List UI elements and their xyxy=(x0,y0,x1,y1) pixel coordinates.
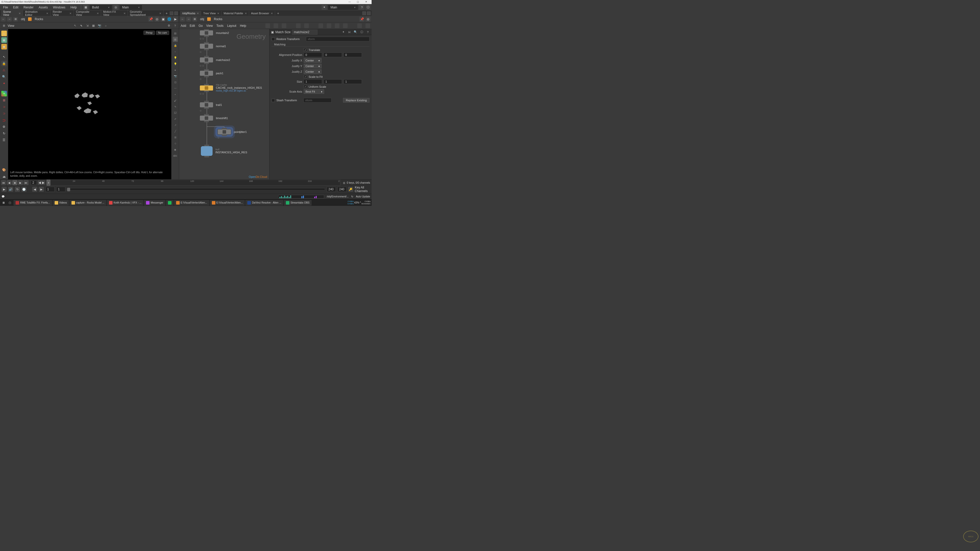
lock-icon[interactable]: 🔒 xyxy=(1,61,7,66)
key-all-button[interactable]: Key All Channels xyxy=(355,186,370,193)
range-start-field[interactable]: 1 xyxy=(56,187,65,192)
pane-menu-icon[interactable] xyxy=(367,11,371,15)
pane-maximize-icon[interactable] xyxy=(363,11,366,15)
scale-axis-select[interactable]: Best Fit♦ xyxy=(304,89,324,94)
scale-tool-icon[interactable]: ⇲ xyxy=(85,24,89,28)
gizmo-icon[interactable]: ✶ xyxy=(1,91,7,97)
play-button[interactable]: ▶ xyxy=(18,180,23,185)
justify-x-select[interactable]: Center♦ xyxy=(304,58,321,63)
taskbar-item[interactable]: Messenger xyxy=(144,200,165,206)
gear-icon[interactable]: ✦ xyxy=(341,30,345,35)
desktop-icon[interactable]: ▦ xyxy=(83,5,88,10)
tab-scene-view[interactable]: Scene View✕ xyxy=(1,10,23,17)
maximize-button[interactable]: ▢ xyxy=(354,0,362,3)
close-icon[interactable]: ✕ xyxy=(217,12,219,15)
image-icon[interactable] xyxy=(335,24,339,28)
nmenu-add[interactable]: Add xyxy=(181,24,186,27)
back-button[interactable]: ← xyxy=(180,17,185,21)
size-y-field[interactable]: 1 xyxy=(324,79,342,84)
realtime-icon[interactable]: ▶ xyxy=(2,187,6,192)
axis-icon[interactable]: ✦ xyxy=(1,81,7,86)
note-icon[interactable] xyxy=(327,24,331,28)
ring-icon[interactable]: ○ xyxy=(103,24,108,28)
align-z-field[interactable]: 0 xyxy=(344,52,362,57)
restore-field[interactable]: xform xyxy=(306,37,369,41)
inspect-icon[interactable]: 🔍 xyxy=(1,74,7,79)
close-button[interactable]: ✕ xyxy=(363,0,370,3)
search-icon[interactable]: 🔍 xyxy=(353,30,358,35)
h-icon[interactable]: H xyxy=(347,30,352,35)
range-slider[interactable] xyxy=(67,188,325,191)
globe-icon[interactable]: 🌐 xyxy=(167,17,172,22)
loop-icon[interactable]: ↻ xyxy=(15,187,20,192)
forward-button[interactable]: → xyxy=(186,17,191,21)
camera-icon[interactable]: 📷 xyxy=(173,73,178,79)
light-icon[interactable]: 💡 xyxy=(173,55,178,60)
material-icon[interactable]: ● xyxy=(173,67,178,73)
snap-icon[interactable]: ⊹ xyxy=(173,141,178,146)
arrow-icon[interactable]: ↗ xyxy=(173,122,178,127)
close-icon[interactable]: ✕ xyxy=(46,12,48,15)
taskbar-item[interactable]: DaVinci Resolve - Alien ... xyxy=(245,200,283,206)
nmenu-layout[interactable]: Layout xyxy=(227,24,236,27)
key-prev-button[interactable]: ◀ xyxy=(38,180,41,185)
nmenu-go[interactable]: Go xyxy=(199,24,203,27)
terrain-icon[interactable]: ⛰ xyxy=(1,174,7,179)
node-trail1[interactable]: trail1 xyxy=(200,102,222,108)
create-geo-icon[interactable]: ▣ xyxy=(1,37,7,43)
node-pointjitter1[interactable]: pointjitter1 xyxy=(218,129,247,135)
palette-icon[interactable]: 🎨 xyxy=(1,167,7,173)
range-next-button[interactable]: ▶ xyxy=(39,187,44,192)
layers-icon[interactable]: ▤ xyxy=(173,30,178,36)
page-icon[interactable] xyxy=(282,24,286,28)
tab-render-view[interactable]: Render View✕ xyxy=(51,10,74,17)
end-frame-field[interactable]: 240 xyxy=(337,187,347,192)
shading-icon[interactable]: ▦ xyxy=(173,37,178,42)
taskbar-item[interactable]: capture - Rocks Model ... xyxy=(69,200,107,206)
taskbar-item[interactable]: E:\Visual\Vertex\Alien... xyxy=(174,200,209,206)
help-icon[interactable]: ? xyxy=(366,30,370,35)
range-end-field[interactable]: 240 xyxy=(327,187,336,192)
help-icon[interactable]: ? xyxy=(173,24,177,28)
number-icon[interactable]: 12 xyxy=(173,110,178,115)
camera-nocam-label[interactable]: No cam xyxy=(156,30,169,35)
node-normal1[interactable]: normal1 xyxy=(200,43,226,49)
forward-button[interactable]: → xyxy=(7,17,12,21)
pane-menu-icon[interactable] xyxy=(174,11,178,15)
clock-icon[interactable]: 🕐 xyxy=(21,187,27,192)
render-icon[interactable]: ▶ xyxy=(173,17,178,22)
update-mode[interactable]: Auto Update xyxy=(356,195,370,198)
channel-icon[interactable]: ◎ xyxy=(343,181,345,184)
folder-icon[interactable] xyxy=(343,24,348,28)
magnet-med-icon[interactable]: ⊃ xyxy=(1,111,7,116)
start-frame-field[interactable]: 1 xyxy=(45,187,55,192)
prev-frame-button[interactable]: ◀ xyxy=(6,180,12,185)
first-frame-button[interactable]: ⏮ xyxy=(1,180,6,185)
minimize-button[interactable]: — xyxy=(346,0,353,3)
select-visible-icon[interactable]: ⬉ xyxy=(79,24,83,28)
disk-icon[interactable]: ◉ xyxy=(173,147,178,152)
node-mountain2[interactable]: mountain2 xyxy=(200,30,229,36)
network-icon[interactable]: ⊞ xyxy=(192,17,197,21)
ghost-icon[interactable]: ○ xyxy=(173,49,178,54)
construction-icon[interactable]: ⊞ xyxy=(1,97,7,103)
screenshot-icon[interactable]: 📷 xyxy=(97,24,102,28)
audio-icon[interactable]: 🔊 xyxy=(8,187,13,192)
node-instances-null[interactable]: Null INSTANCES_HIGH_RES xyxy=(200,146,247,156)
pointer-icon[interactable]: ↖ xyxy=(1,54,7,60)
align-x-field[interactable]: 0 xyxy=(304,52,322,57)
close-icon[interactable]: ✕ xyxy=(69,12,72,15)
justify-z-select[interactable]: Center♦ xyxy=(304,69,321,74)
task-view-button[interactable]: ▢ xyxy=(6,200,13,206)
pin-icon[interactable]: 📌 xyxy=(360,17,364,22)
magnet-weak-icon[interactable]: ⊃ xyxy=(1,104,7,110)
wrench-icon[interactable] xyxy=(266,24,270,28)
list-icon[interactable] xyxy=(274,24,278,28)
close-icon[interactable]: ✕ xyxy=(159,12,161,15)
justify-y-select[interactable]: Center♦ xyxy=(304,64,321,68)
taskbar-item[interactable] xyxy=(166,200,173,206)
columns-icon[interactable] xyxy=(304,24,309,28)
size-z-field[interactable]: 1 xyxy=(344,79,362,84)
tab-motion-fx-view[interactable]: Motion FX View✕ xyxy=(101,10,127,17)
paint-icon[interactable]: 🖌 xyxy=(173,98,178,103)
